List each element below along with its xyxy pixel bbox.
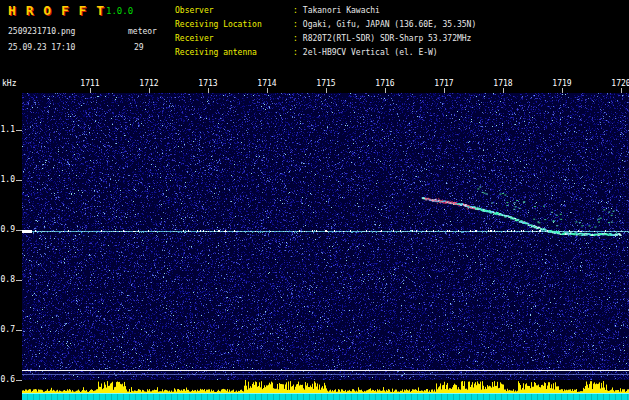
field-value: Takanori Kawachi <box>298 6 380 15</box>
field-value: R820T2(RTL-SDR) SDR-Sharp 53.372MHz <box>298 34 472 43</box>
echo-count: 29 <box>134 43 144 52</box>
time-tick-label: 1720 <box>609 79 629 88</box>
time-tick-label: 1715 <box>314 79 338 88</box>
info-row-observer: Observer:Takanori Kawachi <box>175 6 380 15</box>
time-tick-label: 1713 <box>196 79 220 88</box>
spectrogram-canvas <box>22 93 629 380</box>
field-label: Observer <box>175 6 293 15</box>
field-value: 2el-HB9CV Vertical (el. E-W) <box>298 48 438 57</box>
time-tick-label: 1719 <box>550 79 574 88</box>
output-filename: 2509231710.png <box>8 27 75 36</box>
level-indicator-bar <box>619 2 626 68</box>
field-value: Ogaki, Gifu, JAPAN (136.60E, 35.35N) <box>298 20 476 29</box>
time-tick-label: 1714 <box>255 79 279 88</box>
frequency-tick-label: 1.1 <box>0 125 15 134</box>
app-title: H R O F F T <box>8 3 105 18</box>
time-tick-label: 1716 <box>373 79 397 88</box>
time-tick-label: 1711 <box>78 79 102 88</box>
time-tick-label: 1717 <box>432 79 456 88</box>
time-tick-label: 1718 <box>491 79 515 88</box>
info-row-receiver: Receiver:R820T2(RTL-SDR) SDR-Sharp 53.37… <box>175 34 471 43</box>
hrofft-output: H R O F F T 1.0.0 2509231710.png meteor … <box>0 0 629 400</box>
frequency-tick-label: 0.9 <box>0 225 15 234</box>
field-label: Receiver <box>175 34 293 43</box>
status-band <box>22 393 629 400</box>
signal-level-meter <box>22 380 629 393</box>
y-axis-unit: kHz <box>2 79 16 88</box>
frequency-tick-label: 0.7 <box>0 325 15 334</box>
time-tick-label: 1712 <box>137 79 161 88</box>
mode-label: meteor <box>128 27 157 36</box>
info-row-antenna: Receiving antenna:2el-HB9CV Vertical (el… <box>175 48 438 57</box>
frequency-tick-label: 0.8 <box>0 275 15 284</box>
frequency-tick-label: 0.6 <box>0 375 15 384</box>
info-row-location: Receiving Location:Ogaki, Gifu, JAPAN (1… <box>175 20 476 29</box>
frequency-tick-label: 1.0 <box>0 175 15 184</box>
app-version: 1.0.0 <box>106 6 133 16</box>
field-label: Receiving antenna <box>175 48 293 57</box>
field-label: Receiving Location <box>175 20 293 29</box>
observation-datetime: 25.09.23 17:10 <box>8 43 75 52</box>
